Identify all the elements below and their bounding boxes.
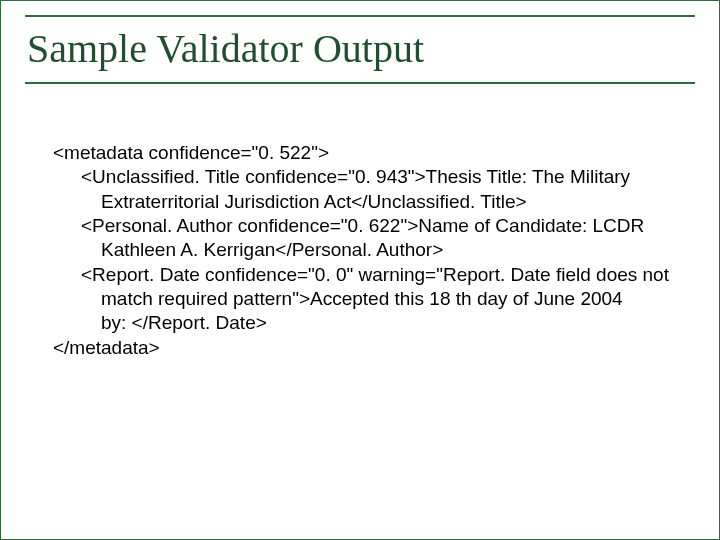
personal-author-close: Kathleen A. Kerrigan</Personal. Author>	[53, 238, 679, 262]
metadata-close: </metadata>	[53, 336, 679, 360]
report-date-close: by: </Report. Date>	[53, 311, 679, 335]
unclassified-title-close: Extraterritorial Jurisdiction Act</Uncla…	[53, 190, 679, 214]
title-rule-bottom	[25, 82, 695, 84]
slide: Sample Validator Output <metadata confid…	[0, 0, 720, 540]
slide-title: Sample Validator Output	[23, 17, 697, 82]
personal-author-open: <Personal. Author confidence="0. 622">Na…	[53, 214, 679, 238]
title-block: Sample Validator Output	[23, 15, 697, 84]
unclassified-title-open: <Unclassified. Title confidence="0. 943"…	[53, 165, 679, 189]
body-text: <metadata confidence="0. 522"> <Unclassi…	[53, 141, 679, 360]
report-date-mid: match required pattern">Accepted this 18…	[53, 287, 679, 311]
report-date-open: <Report. Date confidence="0. 0" warning=…	[53, 263, 679, 287]
metadata-open: <metadata confidence="0. 522">	[53, 141, 679, 165]
